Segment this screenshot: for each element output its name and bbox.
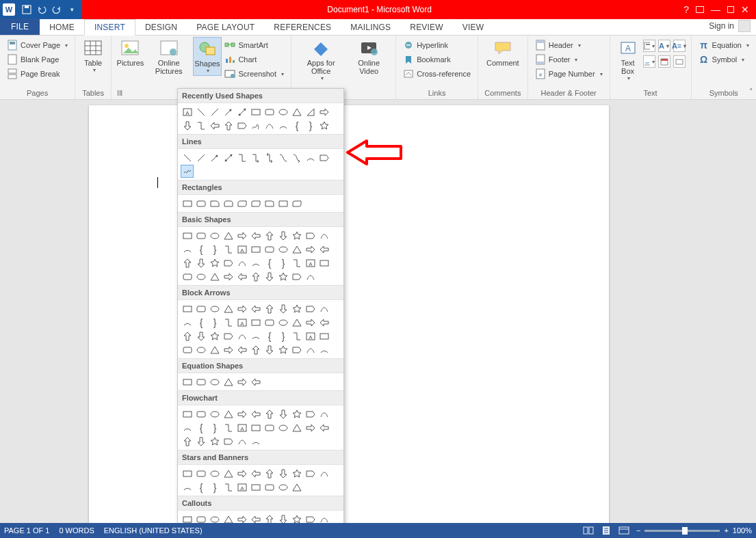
shape-triangle[interactable]	[290, 421, 303, 434]
shape-arrow-r[interactable]	[235, 375, 248, 388]
shape-rrect[interactable]	[194, 197, 207, 210]
shape-arrow-dn[interactable]	[263, 270, 276, 283]
shape-arrow-dr[interactable]	[222, 105, 235, 118]
shape-arrow-u[interactable]	[249, 270, 262, 283]
shape-textbox[interactable]: A	[235, 316, 248, 329]
shape-rect[interactable]	[181, 407, 194, 420]
tab-home[interactable]: HOME	[40, 20, 84, 35]
screenshot-button[interactable]: Screenshot	[222, 67, 287, 81]
shape-textbox[interactable]: A	[181, 105, 194, 118]
shape-round2diag[interactable]	[290, 197, 303, 210]
shape-curve[interactable]	[317, 407, 330, 420]
table-button[interactable]: Table	[79, 37, 107, 75]
shape-star5[interactable]	[208, 256, 221, 269]
shape-arrow-u[interactable]	[181, 329, 194, 342]
shape-pentagon[interactable]	[222, 435, 235, 448]
shape-arc[interactable]	[181, 316, 194, 329]
shape-pentagon[interactable]	[304, 407, 317, 420]
shape-textbox[interactable]: A	[235, 243, 248, 256]
shape-arrow-dn[interactable]	[194, 256, 207, 269]
shape-arrow-dn[interactable]	[194, 329, 207, 342]
shape-triangle[interactable]	[290, 243, 303, 256]
shape-dblarrow[interactable]	[235, 105, 248, 118]
shape-star5[interactable]	[290, 302, 303, 315]
shape-brace-r[interactable]: }	[304, 119, 317, 132]
shape-triangle[interactable]	[222, 407, 235, 420]
shape-pentagon[interactable]	[222, 329, 235, 342]
shape-conn-elbow[interactable]	[235, 151, 248, 164]
shape-conn-elbow[interactable]	[222, 421, 235, 434]
shape-curve[interactable]	[317, 229, 330, 242]
tab-page-layout[interactable]: PAGE LAYOUT	[187, 20, 264, 35]
shape-curve[interactable]	[263, 119, 276, 132]
sigline-icon[interactable]	[643, 55, 655, 68]
tab-design[interactable]: DESIGN	[135, 20, 187, 35]
maximize-icon[interactable]	[727, 6, 734, 13]
minimize-icon[interactable]: —	[711, 4, 720, 15]
shape-arc[interactable]	[181, 421, 194, 434]
shape-oval[interactable]	[208, 302, 221, 315]
shape-oval[interactable]	[276, 105, 289, 118]
shape-line-dr[interactable]	[208, 105, 221, 118]
pagenum-button[interactable]: #Page Number	[532, 67, 605, 81]
shape-oval[interactable]	[194, 343, 207, 356]
status-words[interactable]: 0 WORDS	[59, 526, 94, 535]
shape-pentagon[interactable]	[235, 119, 248, 132]
shape-rrect[interactable]	[194, 407, 207, 420]
shape-conn-elbow[interactable]	[222, 316, 235, 329]
shape-brace-l[interactable]: {	[194, 316, 207, 329]
view-read-icon[interactable]	[583, 526, 594, 535]
shape-rect[interactable]	[317, 256, 330, 269]
shape-arrow-r[interactable]	[235, 229, 248, 242]
shape-arrow-u[interactable]	[263, 407, 276, 420]
shape-curve[interactable]	[304, 270, 317, 283]
document-page[interactable]	[89, 105, 609, 538]
shape-brace-l[interactable]: {	[194, 481, 207, 494]
help-icon[interactable]: ?	[683, 4, 689, 15]
shape-triangle[interactable]	[222, 467, 235, 480]
shape-brace-r[interactable]: }	[208, 421, 221, 434]
redo-icon[interactable]	[49, 2, 64, 17]
shape-curve[interactable]	[317, 302, 330, 315]
tab-insert[interactable]: INSERT	[84, 19, 135, 36]
symbol-button[interactable]: ΩSymbol	[696, 53, 752, 66]
shape-arrow-dn[interactable]	[276, 467, 289, 480]
header-button[interactable]: Header	[532, 38, 605, 52]
hyperlink-button[interactable]: Hyperlink	[400, 38, 473, 52]
dropcap-icon[interactable]: A≡	[673, 40, 686, 52]
shape-arrow-l[interactable]	[249, 467, 262, 480]
shape-oval[interactable]	[208, 407, 221, 420]
shape-triangle[interactable]	[290, 316, 303, 329]
shape-arrow-dn[interactable]	[276, 229, 289, 242]
textbox-button[interactable]: AText Box	[614, 37, 642, 83]
shape-arrow-dn[interactable]	[181, 119, 194, 132]
shape-line-dl[interactable]	[181, 151, 194, 164]
shape-arrow-u[interactable]	[263, 467, 276, 480]
shape-textbox[interactable]: A	[304, 256, 317, 269]
shape-oval[interactable]	[208, 467, 221, 480]
online-pictures-button[interactable]: Online Pictures	[145, 37, 193, 77]
zoom-slider[interactable]: − + 100%	[636, 526, 752, 535]
shape-oval[interactable]	[276, 316, 289, 329]
object-icon[interactable]	[673, 55, 686, 68]
shape-arrow-l[interactable]	[317, 316, 330, 329]
shape-arrow-u[interactable]	[263, 302, 276, 315]
online-video-button[interactable]: Online Video	[346, 37, 391, 77]
shape-arrow-r[interactable]	[222, 270, 235, 283]
zoom-in-icon[interactable]: +	[724, 526, 728, 535]
shape-arrow-dn[interactable]	[276, 302, 289, 315]
apps-button[interactable]: Apps for Office	[296, 37, 346, 83]
shape-triangle[interactable]	[290, 105, 303, 118]
shape-conn-elbow[interactable]	[290, 256, 303, 269]
shape-curve[interactable]	[304, 343, 317, 356]
tab-view[interactable]: VIEW	[453, 20, 493, 35]
shape-tri-rt[interactable]	[304, 105, 317, 118]
tab-review[interactable]: REVIEW	[400, 20, 453, 35]
shape-triangle[interactable]	[222, 375, 235, 388]
shape-rrect[interactable]	[263, 105, 276, 118]
shape-brace-r[interactable]: }	[208, 316, 221, 329]
shape-arc[interactable]	[304, 151, 317, 164]
shape-arrow-l[interactable]	[235, 270, 248, 283]
shape-curve[interactable]	[317, 467, 330, 480]
shape-oval[interactable]	[208, 229, 221, 242]
